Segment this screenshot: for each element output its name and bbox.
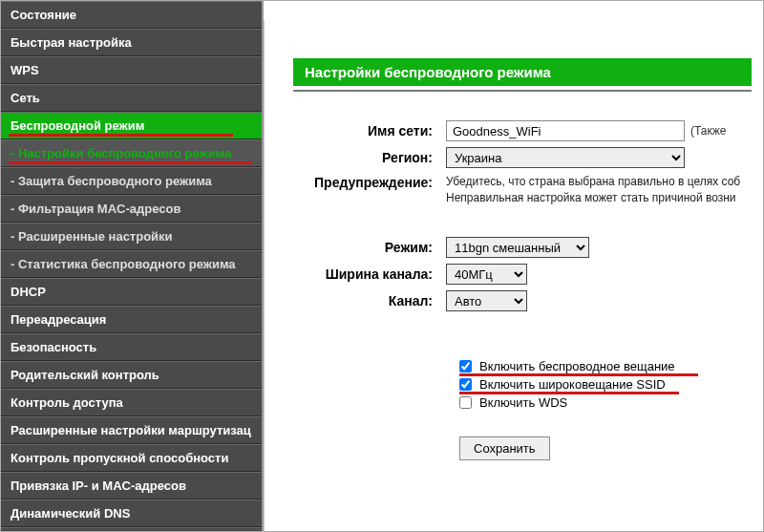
sidebar: Состояние Быстрая настройка WPS Сеть Бес… bbox=[1, 1, 264, 531]
highlight-underline-2 bbox=[459, 392, 679, 394]
sidebar-item-wireless-security[interactable]: - Защита беспроводного режима bbox=[1, 167, 262, 195]
sidebar-item-bandwidth[interactable]: Контроль пропускной способности bbox=[1, 444, 262, 472]
row-channel: Канал: Авто bbox=[293, 290, 763, 311]
app-window: Состояние Быстрая настройка WPS Сеть Бес… bbox=[0, 0, 764, 532]
cb-wireless-label: Включить беспроводное вещание bbox=[479, 359, 675, 373]
sidebar-item-parental[interactable]: Родительский контроль bbox=[1, 361, 262, 389]
row-warning: Предупреждение: Убедитесь, что страна вы… bbox=[293, 174, 763, 206]
sidebar-item-mac-filter[interactable]: - Фильтрация MAC-адресов bbox=[1, 195, 262, 223]
cb-wds[interactable] bbox=[459, 396, 472, 409]
channel-select[interactable]: Авто bbox=[446, 290, 527, 311]
sidebar-item-forwarding[interactable]: Переадресация bbox=[1, 306, 262, 333]
cb-wireless[interactable] bbox=[459, 360, 472, 372]
row-mode: Режим: 11bgn смешанный bbox=[293, 237, 763, 258]
sidebar-item-wireless-settings[interactable]: - Настройки беспроводного режима bbox=[1, 139, 262, 167]
cb-wds-label: Включить WDS bbox=[479, 395, 567, 410]
warning-text-1: Убедитесь, что страна выбрана правильно … bbox=[446, 174, 752, 190]
sidebar-item-access-control[interactable]: Контроль доступа bbox=[1, 389, 262, 416]
ssid-hint: (Также bbox=[690, 124, 726, 138]
sidebar-item-dhcp[interactable]: DHCP bbox=[1, 278, 262, 306]
cb-ssid-broadcast[interactable] bbox=[459, 378, 472, 391]
sidebar-item-security[interactable]: Безопасность bbox=[1, 333, 262, 361]
sidebar-item-routing[interactable]: Расширенные настройки маршрутизац bbox=[1, 416, 262, 444]
sidebar-item-wps[interactable]: WPS bbox=[1, 56, 262, 84]
mode-select[interactable]: 11bgn смешанный bbox=[446, 237, 589, 258]
ssid-input[interactable] bbox=[446, 120, 685, 141]
sidebar-item-system-tools[interactable]: Системные инструменты bbox=[1, 527, 262, 531]
sidebar-item-ip-mac-binding[interactable]: Привязка IP- и MAC-адресов bbox=[1, 472, 262, 500]
mode-label: Режим: bbox=[293, 240, 446, 255]
warning-text-2: Неправильная настройка может стать причи… bbox=[446, 190, 752, 206]
region-select[interactable]: Украина bbox=[446, 147, 685, 168]
page-title: Настройки беспроводного режима bbox=[293, 58, 752, 86]
sidebar-item-status[interactable]: Состояние bbox=[1, 1, 262, 29]
sidebar-item-wireless[interactable]: Беспроводной режим bbox=[1, 112, 262, 139]
cb-ssid-label: Включить широковещание SSID bbox=[479, 377, 666, 392]
sidebar-item-network[interactable]: Сеть bbox=[1, 84, 262, 112]
sidebar-item-quick-setup[interactable]: Быстрая настройка bbox=[1, 29, 262, 56]
row-ssid: Имя сети: (Также bbox=[293, 120, 763, 141]
ssid-label: Имя сети: bbox=[293, 123, 446, 138]
highlight-underline-1 bbox=[459, 373, 698, 376]
region-label: Регион: bbox=[293, 150, 446, 165]
row-cb-wds: Включить WDS bbox=[459, 395, 763, 410]
sidebar-item-ddns[interactable]: Динамический DNS bbox=[1, 500, 262, 527]
row-chwidth: Ширина канала: 40МГц bbox=[293, 264, 763, 285]
chwidth-select[interactable]: 40МГц bbox=[446, 264, 527, 285]
channel-label: Канал: bbox=[293, 293, 446, 309]
title-divider bbox=[293, 90, 752, 92]
main-content: Настройки беспроводного режима Имя сети:… bbox=[264, 1, 763, 531]
row-cb-ssid: Включить широковещание SSID bbox=[459, 377, 763, 392]
row-region: Регион: Украина bbox=[293, 147, 763, 168]
save-button[interactable]: Сохранить bbox=[459, 436, 550, 460]
chwidth-label: Ширина канала: bbox=[293, 266, 446, 282]
warning-label: Предупреждение: bbox=[293, 174, 446, 190]
sidebar-item-wireless-advanced[interactable]: - Расширенные настройки bbox=[1, 223, 262, 250]
sidebar-item-wireless-stats[interactable]: - Статистика беспроводного режима bbox=[1, 250, 262, 278]
row-cb-wireless: Включить беспроводное вещание bbox=[459, 359, 763, 373]
